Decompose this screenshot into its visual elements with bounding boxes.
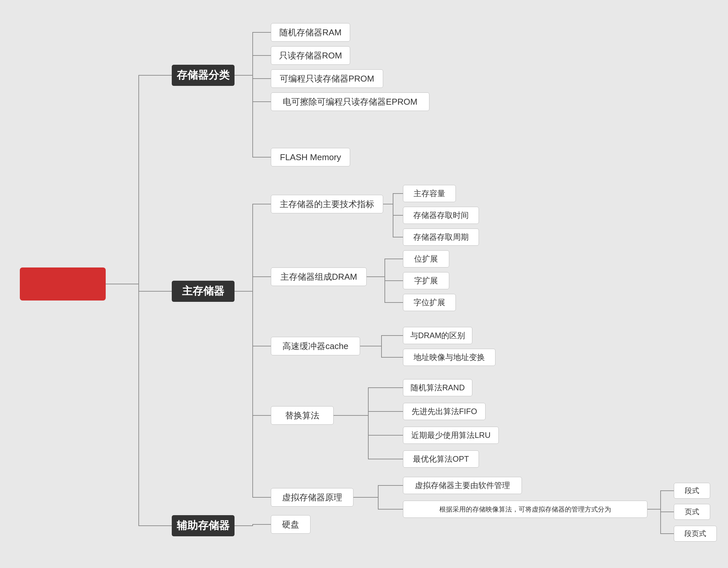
node-virtual-sw: 虚拟存储器主要由软件管理	[403, 477, 522, 494]
node-label: 最优化算法OPT	[413, 454, 469, 464]
node-label: 主存储器组成DRAM	[280, 271, 357, 283]
node-label: 根据采用的存储映像算法，可将虚拟存储器的管理方式分为	[439, 505, 611, 514]
node-label: 电可擦除可编程只读存储器EPROM	[283, 96, 417, 108]
node-label: 可编程只读存储器PROM	[280, 73, 374, 85]
node-eprom: 电可擦除可编程只读存储器EPROM	[271, 92, 429, 111]
node-diff-dram: 与DRAM的区别	[403, 327, 472, 344]
node-label: 地址映像与地址变换	[414, 352, 485, 363]
node-main-cap: 主存容量	[403, 185, 456, 202]
node-label: 随机算法RAND	[411, 382, 465, 393]
node-dram: 主存储器组成DRAM	[271, 267, 367, 286]
node-main-tech: 主存储器的主要技术指标	[271, 195, 383, 213]
node-replace: 替换算法	[271, 406, 334, 425]
node-label: 主存储器	[182, 284, 224, 299]
node-hdd: 硬盘	[271, 515, 310, 534]
node-label: 主存储器的主要技术指标	[280, 198, 374, 210]
node-label: 段页式	[684, 529, 706, 539]
node-label: 近期最少使用算法LRU	[411, 430, 491, 441]
node-label: 先进先出算法FIFO	[412, 406, 477, 417]
node-aux-storage: 辅助存储器	[172, 515, 235, 536]
node-label: 只读存储器ROM	[279, 50, 342, 61]
node-word-expand: 字扩展	[403, 272, 449, 289]
node-bit-expand: 位扩展	[403, 250, 449, 267]
node-access-time: 存储器存取时间	[403, 207, 479, 224]
node-prom: 可编程只读存储器PROM	[271, 69, 383, 88]
node-opt-algo: 最优化算法OPT	[403, 450, 479, 468]
node-main-storage: 主存储器	[172, 281, 235, 302]
node-virtual-map: 根据采用的存储映像算法，可将虚拟存储器的管理方式分为	[403, 501, 647, 518]
node-lru-algo: 近期最少使用算法LRU	[403, 427, 499, 444]
node-addr-map: 地址映像与地址变换	[403, 349, 495, 366]
root-node	[20, 267, 106, 301]
node-label: 页式	[685, 507, 699, 517]
node-cache: 高速缓冲器cache	[271, 337, 360, 355]
node-virtual: 虚拟存储器原理	[271, 488, 353, 507]
node-label: 替换算法	[285, 410, 319, 421]
node-ram: 随机存储器RAM	[271, 23, 350, 42]
node-fifo-algo: 先进先出算法FIFO	[403, 403, 486, 420]
node-label: 虚拟存储器原理	[282, 492, 342, 503]
node-label: 段式	[685, 486, 699, 496]
node-label: 随机存储器RAM	[279, 27, 342, 38]
node-label: 高速缓冲器cache	[282, 340, 348, 352]
node-page: 页式	[674, 504, 710, 520]
node-label: 字位扩展	[414, 297, 445, 308]
node-label: 硬盘	[282, 519, 299, 530]
node-label: 与DRAM的区别	[410, 330, 465, 341]
node-rand-algo: 随机算法RAND	[403, 379, 472, 396]
node-wordbit-expand: 字位扩展	[403, 294, 456, 311]
node-rom: 只读存储器ROM	[271, 46, 350, 65]
node-seg: 段式	[674, 483, 710, 499]
node-label: FLASH Memory	[280, 152, 341, 162]
node-flash: FLASH Memory	[271, 148, 350, 166]
node-label: 存储器分类	[177, 68, 230, 83]
node-label: 存储器存取周期	[413, 232, 469, 242]
node-label: 辅助存储器	[177, 518, 230, 533]
node-label: 存储器存取时间	[413, 210, 469, 221]
node-label: 主存容量	[414, 188, 445, 199]
node-segpage: 段页式	[674, 526, 717, 542]
node-label: 位扩展	[414, 254, 438, 264]
node-label: 字扩展	[414, 275, 438, 286]
node-label: 虚拟存储器主要由软件管理	[415, 480, 510, 491]
mindmap: 存储器分类 主存储器 辅助存储器 随机存储器RAM 只读存储器ROM 可编程只读…	[0, 0, 728, 568]
node-storage-class: 存储器分类	[172, 65, 235, 86]
node-access-cycle: 存储器存取周期	[403, 229, 479, 246]
